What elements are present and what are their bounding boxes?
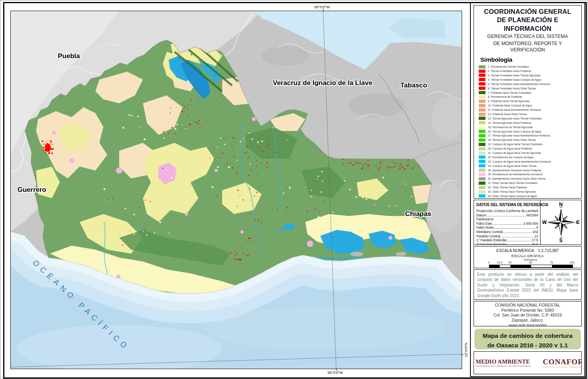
scale-tick: 100 [570,261,575,264]
legend-label: 30. Asentamientos Humanos hacia Otras Ti… [488,177,546,180]
legend-swatch [479,190,485,193]
scale-tick: 25 [508,261,512,264]
legend-item: 21. Cuerpos de Agua hacia Tierras Agríco… [476,151,580,155]
map-title-box: Mapa de cambios de cobertura de Oaxaca 2… [474,329,581,349]
legend-label: 6. Tierras Forestales hacia Otras Tierra… [488,87,536,90]
legend-label: 20. Cuerpos de Agua hacia Praderas [488,147,532,150]
legend-item: 33. Otras Tierras hacia Tierras Agrícola… [476,190,580,194]
org-title-line1: COORDINACIÓN GENERAL [476,8,580,16]
header-legend-box: COORDINACIÓN GENERAL DE PLANEACIÓN E INF… [474,5,582,199]
state-label-tabasco: Tabasco [400,81,427,89]
source-note-p1: Este producto se obtuvo a partir del aná… [477,272,578,298]
legend-swatch [479,78,485,81]
legend-swatch [479,134,485,137]
reference-row: 1° Paralelo Estándar17.5 [476,238,538,243]
org-title-line2: DE PLANEACIÓN E INFORMACIÓN [476,16,580,33]
legend-swatch [479,87,485,90]
legend-item: 3. Tierras Forestales hacia Tierras Agrí… [476,73,580,78]
legend-item: 31. Otras Tierras hacia Tierras Forestal… [476,181,580,185]
legend-swatch [479,121,485,124]
semarnat-subtitle: SECRETARÍA DE MEDIO AMBIENTE Y RECURSOS … [476,365,531,367]
state-label-puebla: Puebla [58,52,80,60]
legend-item: 8. Permanencia de Praderas [476,95,580,99]
legend-swatch [479,100,485,103]
legend-item: 12. Praderas hacia Otras Tierras [476,112,580,116]
conafor-subtitle: COMISIÓN NACIONAL FORESTAL [543,366,582,368]
map-sheet: Puebla Veracruz de Ignacio de la Llave T… [0,0,588,379]
legend-item: 18. Tierras Agrícolas hacia Otras Tierra… [476,138,580,142]
legend-label: 32. Otras Tierras hacia Praderas [488,186,527,189]
legend-label: 23. Cuerpos de Agua hacia Asentamientos … [488,160,551,163]
legend-item: 6. Tierras Forestales hacia Otras Tierra… [476,86,580,91]
legend-swatch [479,155,485,159]
legend-item: 23. Cuerpos de Agua hacia Asentamientos … [476,159,580,164]
legend-item: 15. Permanencia de Tierras Agrícolas [476,125,580,129]
legend-item: 35. Otras Tierras hacia Asentamientos Hu… [476,198,580,199]
reference-row: Paralelo Central12 [476,234,538,239]
legend-label: 3. Tierras Forestales hacia Tierras Agrí… [488,74,540,77]
map-canvas[interactable] [10,11,462,369]
scale-tick: 12.5 [497,261,502,264]
legend-label: 14. Tierras Agrícolas hacia Praderas [488,121,531,124]
compass-star-icon [545,207,577,238]
numeric-scale-value: 1:2,715,987 [538,248,559,253]
scale-tick: 75 [550,261,553,264]
scale-bar [489,265,573,268]
logos-box: MEDIO AMBIENTE SECRETARÍA DE MEDIO AMBIE… [474,351,582,374]
scale-tick: 50 [529,261,532,264]
legend-swatch [479,160,485,163]
graphic-scale-label: ESCALA GRÁFICA [474,254,581,258]
address-website: www.gob.mx/conafor [474,323,581,326]
legend-item: 2. Tierras Forestales hacia Praderas [476,69,580,73]
legend-item: 10. Praderas hacia Cuerpos de Agua [476,103,580,108]
legend-label: 15. Permanencia de Tierras Agrícolas [488,126,533,129]
legend-item: 30. Asentamientos Humanos hacia Otras Ti… [476,176,580,181]
legend-label: 29. Permanencia de Asentamientos Humanos [488,173,542,176]
legend-label: 9. Praderas hacia Tierras Agrícolas [488,100,530,102]
legend-item: 13. Tierras Agrícolas hacia Tierras Fore… [476,116,580,121]
compass-rose: N S W E [540,200,581,244]
legend-label: 33. Otras Tierras hacia Tierras Agrícola… [488,190,536,193]
legend-label: 16. Tierras Agrícolas hacia Cuerpos de A… [488,130,541,133]
coord-right-tick [461,354,464,355]
legend-swatch [479,138,485,142]
legend-item: 19. Cuerpos de Agua hacia Tierras Forest… [476,142,580,146]
coord-right: 15°0'0"N [464,343,468,357]
legend-item: 14. Tierras Agrícolas hacia Praderas [476,121,580,125]
legend-label: 17. Tierras Agrícolas hacia Asentamiento… [488,134,550,137]
legend-label: 7. Praderas hacia Tierras Forestales [488,91,531,94]
legend-label: 10. Praderas hacia Cuerpos de Agua [488,104,532,107]
legend-swatch [479,74,485,77]
map-graphic [10,11,462,369]
legend-swatch [479,117,485,120]
address-street: Periférico Poniente No. 5360 [474,308,581,313]
legend-label: 18. Tierras Agrícolas hacia Otras Tierra… [488,138,536,141]
legend-item: 16. Tierras Agrícolas hacia Cuerpos de A… [476,129,580,134]
conafor-wordmark: CONAFOR COMISIÓN NACIONAL FORESTAL [543,358,582,368]
semarnat-name: MEDIO AMBIENTE [476,358,531,365]
state-label-guerrero: Guerrero [17,186,46,194]
legend-swatch [479,125,485,129]
legend-label: 5. Tierras Forestales hacia Asentamiento… [488,83,550,85]
legend-label: 11. Praderas hacia Asentamientos Humanos [488,108,541,111]
legend-label: 26. Asentamientos Humanos hacia Praderas [488,169,541,172]
reference-box: DATOS DEL SISTEMA DE REFERENCIA Proyecci… [474,200,582,245]
legend-swatch [479,194,485,197]
conafor-name: CONAFOR [543,358,582,366]
legend-swatch [479,173,485,176]
legend-list: 1. Permanencia Tierras Forestales2. Tier… [476,64,580,199]
numeric-scale: ESCALA NUMÉRICA1:2,715,987 [474,248,581,253]
reference-row: Parámetros [476,217,538,222]
compass-s: S [559,238,562,243]
legend-item: 34. Otras Tierras hacia Cuerpos de Agua [476,194,580,198]
legend-swatch [479,182,485,185]
scale-tick: 0 [488,261,490,264]
numeric-scale-label: ESCALA NUMÉRICA [497,248,534,253]
legend-swatch [479,108,485,112]
coord-top-tick [323,9,323,11]
legend-swatch [479,164,485,167]
scale-box: ESCALA NUMÉRICA1:2,715,987 ESCALA GRÁFIC… [474,246,582,268]
legend-swatch [479,82,485,85]
reference-title: DATOS DEL SISTEMA DE REFERENCIA [476,203,538,207]
legend-label: 31. Otras Tierras hacia Tierras Forestal… [488,182,537,184]
